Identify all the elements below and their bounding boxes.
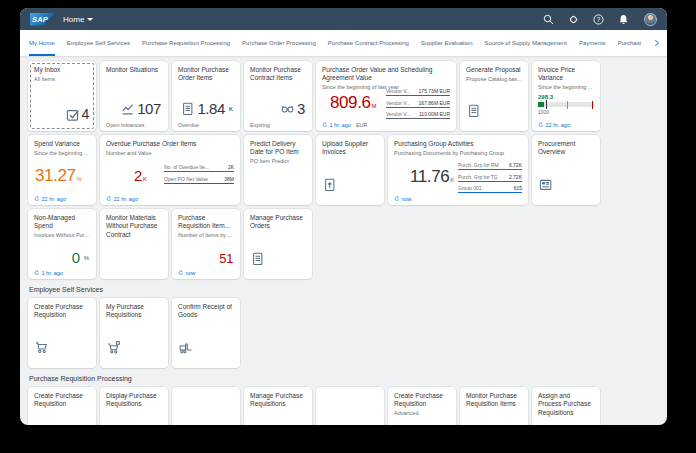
refresh-icon[interactable] bbox=[34, 196, 40, 202]
tab-supplier-evaluation[interactable]: Supplier Evaluation bbox=[421, 30, 473, 56]
tile-title: My Purchase Requisitions bbox=[106, 303, 162, 320]
avatar[interactable] bbox=[644, 13, 657, 26]
tab-my-home[interactable]: My Home bbox=[29, 30, 55, 56]
comparison-label: Vendor V... bbox=[386, 111, 410, 117]
tab-purchasing-truncated[interactable]: Purchasi bbox=[618, 30, 641, 56]
tile-title: Display Purchase Requisitions bbox=[106, 392, 162, 409]
tile-subtitle: Since the beginning ... bbox=[538, 84, 594, 91]
tile-row-3: Non-Managed Spend Invoices Without Pur..… bbox=[28, 209, 659, 279]
tile-prp-blank-1[interactable] bbox=[172, 387, 240, 425]
comparison-label: Purch. Grp for TG bbox=[458, 174, 498, 180]
tile-subtitle: Number and Value bbox=[106, 150, 234, 157]
tile-prp-manage-purchase-requisitions[interactable]: Manage Purchase Requisitions bbox=[244, 387, 312, 425]
refresh-time: now bbox=[186, 270, 196, 276]
home-menu-button[interactable]: Home bbox=[63, 15, 93, 24]
comparison-label: Open PO Net Value bbox=[164, 176, 208, 182]
refresh-icon[interactable] bbox=[178, 270, 184, 276]
tile-manage-purchase-orders[interactable]: Manage Purchase Orders bbox=[244, 209, 312, 279]
chevron-down-icon bbox=[87, 18, 93, 21]
tile-procurement-overview[interactable]: Procurement Overview bbox=[532, 135, 600, 205]
tile-prp-create-purchase-requisition[interactable]: Create Purchase Requisition bbox=[28, 387, 96, 425]
kpi-unit: M bbox=[372, 103, 377, 109]
tab-purchase-order-processing[interactable]: Purchase Order Processing bbox=[242, 30, 316, 56]
tile-title: Manage Purchase Orders bbox=[250, 214, 306, 231]
tile-prp-assign-and-process[interactable]: Assign and Process Purchase Requisitions bbox=[532, 387, 600, 425]
copilot-icon[interactable] bbox=[568, 14, 579, 25]
tile-purchase-order-value[interactable]: Purchase Order Value and Scheduling Agre… bbox=[316, 61, 456, 131]
bullet-fill bbox=[538, 102, 544, 107]
tile-subtitle: Purchasing Documents by Purchasing Group bbox=[394, 150, 522, 157]
help-icon[interactable] bbox=[593, 14, 604, 25]
tile-spend-variance[interactable]: Spend Variance Since the beginning ... 3… bbox=[28, 135, 96, 205]
tile-monitor-situations[interactable]: Monitor Situations 107 Open Instances bbox=[100, 61, 168, 131]
refresh-icon[interactable] bbox=[34, 270, 40, 276]
tile-purchase-requisition-items[interactable]: Purchase Requisition Item... Number of I… bbox=[172, 209, 240, 279]
catalog-icon bbox=[467, 104, 480, 117]
tile-monitor-purchase-order-items[interactable]: Monitor Purchase Order Items 1.84 K Over… bbox=[172, 61, 240, 131]
comparison-value: 167.86M EUR bbox=[419, 100, 450, 106]
tile-title: Confirm Receipt of Goods bbox=[178, 303, 234, 320]
tile-monitor-purchase-contract-items[interactable]: Monitor Purchase Contract Items 3 Expiri… bbox=[244, 61, 312, 131]
tile-row-2: Spend Variance Since the beginning ... 3… bbox=[28, 135, 659, 205]
tile-title: Predict Delivery Date for PO Item bbox=[250, 140, 306, 157]
tab-purchase-contract-processing[interactable]: Purchase Contract Processing bbox=[328, 30, 409, 56]
upload-document-icon bbox=[323, 178, 336, 191]
tile-subtitle: All Items bbox=[34, 76, 90, 83]
search-icon[interactable] bbox=[543, 14, 554, 25]
tile-title: Create Purchase Requisition bbox=[34, 303, 90, 320]
tile-upload-supplier-invoices[interactable]: Upload Supplier Invoices bbox=[316, 135, 384, 205]
refresh-icon[interactable] bbox=[394, 196, 400, 202]
tab-employee-self-services[interactable]: Employee Self Services bbox=[67, 30, 130, 56]
tile-overdue-purchase-order-items[interactable]: Overdue Purchase Order Items Number and … bbox=[100, 135, 240, 205]
tile-purchasing-group-activities[interactable]: Purchasing Group Activities Purchasing D… bbox=[388, 135, 528, 205]
tile-title: Monitor Purchase Order Items bbox=[178, 66, 234, 83]
kpi-value: 0 bbox=[72, 250, 80, 265]
tile-title: Generate Proposal bbox=[466, 66, 522, 74]
cart-badge-icon bbox=[107, 341, 120, 354]
tile-generate-proposal[interactable]: Generate Proposal Propose Catalog bas... bbox=[460, 61, 528, 131]
anchor-navigation-bar: My Home Employee Self Services Purchase … bbox=[20, 30, 667, 56]
tab-purchase-requisition-processing[interactable]: Purchase Requisition Processing bbox=[142, 30, 230, 56]
chevron-right-icon[interactable] bbox=[653, 39, 661, 47]
tile-grid: My Inbox All Items 4 Monitor Situations … bbox=[20, 56, 667, 425]
kpi-unit: % bbox=[77, 176, 82, 182]
tile-title: My Inbox bbox=[34, 66, 90, 74]
tile-title: Upload Supplier Invoices bbox=[322, 140, 378, 157]
notifications-icon[interactable] bbox=[618, 14, 629, 25]
tile-non-managed-spend[interactable]: Non-Managed Spend Invoices Without Pur..… bbox=[28, 209, 96, 279]
tab-source-of-supply-management[interactable]: Source of Supply Management bbox=[485, 30, 567, 56]
comparison-label: No. of Overdue Ite... bbox=[164, 164, 209, 170]
tile-title: Spend Variance bbox=[34, 140, 90, 148]
tile-my-purchase-requisitions[interactable]: My Purchase Requisitions bbox=[100, 298, 168, 368]
tile-invoice-price-variance[interactable]: Invoice Price Variance Since the beginni… bbox=[532, 61, 600, 131]
kpi-value: 2 bbox=[134, 168, 142, 183]
comparison-label: Vendor V... bbox=[386, 100, 410, 106]
bullet-critical-tick bbox=[567, 101, 568, 109]
refresh-icon[interactable] bbox=[106, 196, 112, 202]
refresh-icon[interactable] bbox=[322, 122, 328, 128]
tile-prp-display-purchase-requisitions[interactable]: Display Purchase Requisitions bbox=[100, 387, 168, 425]
tile-monitor-materials[interactable]: Monitor Materials Without Purchase Contr… bbox=[100, 209, 168, 279]
tile-prp-monitor-purchase-requisition-items[interactable]: Monitor Purchase Requisition Items bbox=[460, 387, 528, 425]
app-window: SAP Home My Home Employee Self Services … bbox=[20, 8, 667, 425]
tile-predict-delivery-date[interactable]: Predict Delivery Date for PO Item PO Ite… bbox=[244, 135, 312, 205]
comparison-label: Group 001 bbox=[458, 185, 482, 191]
tile-my-inbox[interactable]: My Inbox All Items 4 bbox=[28, 61, 96, 131]
home-menu-label: Home bbox=[63, 15, 84, 24]
kpi-value: 51 bbox=[219, 252, 233, 265]
tile-prp-create-purchase-requisition-advanced[interactable]: Create Purchase Requisition Advanced bbox=[388, 387, 456, 425]
news-icon bbox=[539, 178, 552, 191]
tile-ess-create-purchase-requisition[interactable]: Create Purchase Requisition bbox=[28, 298, 96, 368]
document-icon bbox=[181, 102, 194, 115]
tile-subtitle: Advanced bbox=[394, 410, 450, 417]
tab-payments[interactable]: Payments bbox=[579, 30, 606, 56]
refresh-time: 1 hr. ago bbox=[330, 122, 351, 128]
refresh-time: now bbox=[402, 196, 412, 202]
tile-subtitle: Propose Catalog bas... bbox=[466, 76, 522, 83]
kpi-value: 31.27 bbox=[35, 167, 76, 184]
tile-prp-blank-2[interactable] bbox=[316, 387, 384, 425]
tile-confirm-receipt-of-goods[interactable]: Confirm Receipt of Goods bbox=[172, 298, 240, 368]
sap-logo: SAP bbox=[30, 13, 55, 26]
refresh-icon[interactable] bbox=[538, 122, 544, 128]
tile-title: Monitor Situations bbox=[106, 66, 162, 74]
